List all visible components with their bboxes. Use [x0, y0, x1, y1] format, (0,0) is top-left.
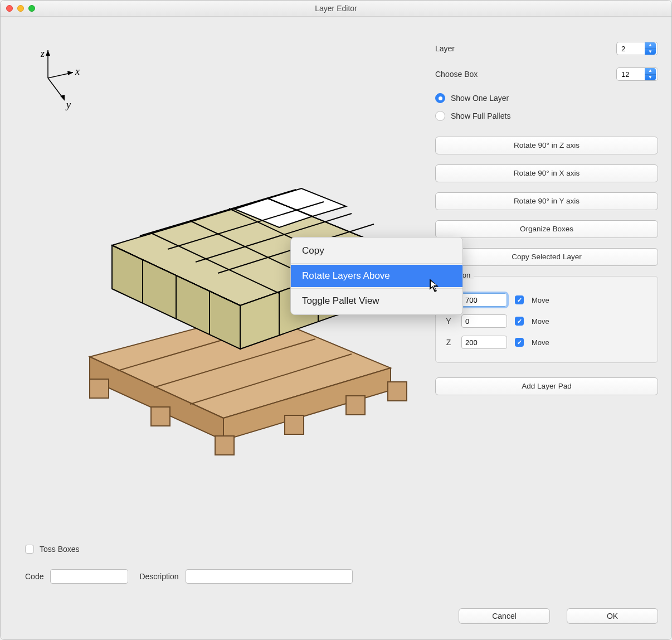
ctx-toggle-pallet-view[interactable]: Toggle Pallet View	[291, 290, 462, 312]
radio-icon[interactable]	[435, 93, 445, 103]
rotate-z-button[interactable]: Rotate 90° in Z axis	[435, 137, 658, 154]
svg-rect-12	[90, 379, 109, 398]
toss-boxes-checkbox[interactable]	[25, 545, 34, 554]
radio-icon[interactable]	[435, 111, 445, 121]
titlebar: Layer Editor	[1, 1, 671, 17]
layer-value[interactable]	[617, 42, 645, 55]
move-x-checkbox[interactable]	[515, 295, 524, 304]
choose-box-stepper[interactable]: ▲▼	[616, 67, 658, 81]
rotate-x-button[interactable]: Rotate 90° in X axis	[435, 164, 658, 182]
pos-z-input[interactable]	[461, 336, 507, 349]
svg-marker-3	[46, 50, 50, 56]
close-icon[interactable]	[6, 5, 13, 12]
description-input[interactable]	[186, 569, 353, 584]
show-full-pallets-label: Show Full Pallets	[451, 111, 510, 120]
axis-x-label: x	[75, 66, 80, 77]
move-z-label: Move	[532, 338, 549, 347]
ctx-copy[interactable]: Copy	[291, 240, 462, 262]
svg-rect-17	[388, 382, 407, 401]
description-label: Description	[139, 572, 178, 581]
code-label: Code	[25, 572, 43, 581]
layer-label: Layer	[435, 44, 541, 53]
svg-rect-13	[151, 407, 170, 426]
axis-y-label: y	[65, 99, 71, 110]
copy-selected-layer-button[interactable]: Copy Selected Layer	[435, 248, 658, 266]
move-y-checkbox[interactable]	[515, 317, 524, 326]
code-input[interactable]	[50, 569, 128, 584]
move-z-checkbox[interactable]	[515, 338, 524, 347]
context-menu: Copy Rotate Layers Above Toggle Pallet V…	[290, 237, 463, 315]
window-title: Layer Editor	[1, 4, 671, 13]
svg-rect-14	[215, 436, 234, 455]
show-full-pallets-radio[interactable]: Show Full Pallets	[435, 111, 658, 121]
stepper-arrows-icon[interactable]: ▲▼	[645, 42, 656, 55]
axis-z-label: z	[40, 48, 45, 59]
pos-y-label: Y	[444, 317, 454, 326]
move-x-label: Move	[532, 296, 549, 304]
choose-box-value[interactable]	[617, 68, 645, 80]
ok-button[interactable]: OK	[567, 608, 658, 624]
organize-boxes-button[interactable]: Organize Boxes	[435, 220, 658, 238]
show-one-layer-radio[interactable]: Show One Layer	[435, 93, 658, 103]
move-y-label: Move	[532, 317, 549, 326]
cancel-button[interactable]: Cancel	[459, 608, 550, 624]
pos-z-label: Z	[444, 338, 454, 347]
footer-buttons: Cancel OK	[459, 608, 658, 624]
rotate-y-button[interactable]: Rotate 90° in Y axis	[435, 192, 658, 210]
svg-rect-15	[285, 415, 304, 434]
bottom-left-controls: Toss Boxes Code Description	[25, 545, 415, 584]
window-buttons	[6, 5, 35, 12]
stepper-arrows-icon[interactable]: ▲▼	[645, 68, 656, 80]
toss-boxes-label: Toss Boxes	[40, 545, 80, 554]
controls-panel: Layer ▲▼ Choose Box ▲▼ Show One Layer	[435, 42, 658, 405]
layer-stepper[interactable]: ▲▼	[616, 42, 658, 55]
add-layer-pad-button[interactable]: Add Layer Pad	[435, 377, 658, 395]
minimize-icon[interactable]	[17, 5, 24, 12]
zoom-icon[interactable]	[28, 5, 35, 12]
layer-editor-window: Layer Editor z x y	[0, 0, 672, 640]
show-one-layer-label: Show One Layer	[451, 94, 509, 103]
position-group: Position X Move Y Move Z Move	[435, 276, 658, 363]
pos-y-input[interactable]	[461, 314, 507, 328]
pos-x-input[interactable]	[461, 293, 507, 307]
svg-rect-16	[346, 396, 365, 415]
choose-box-label: Choose Box	[435, 70, 541, 79]
